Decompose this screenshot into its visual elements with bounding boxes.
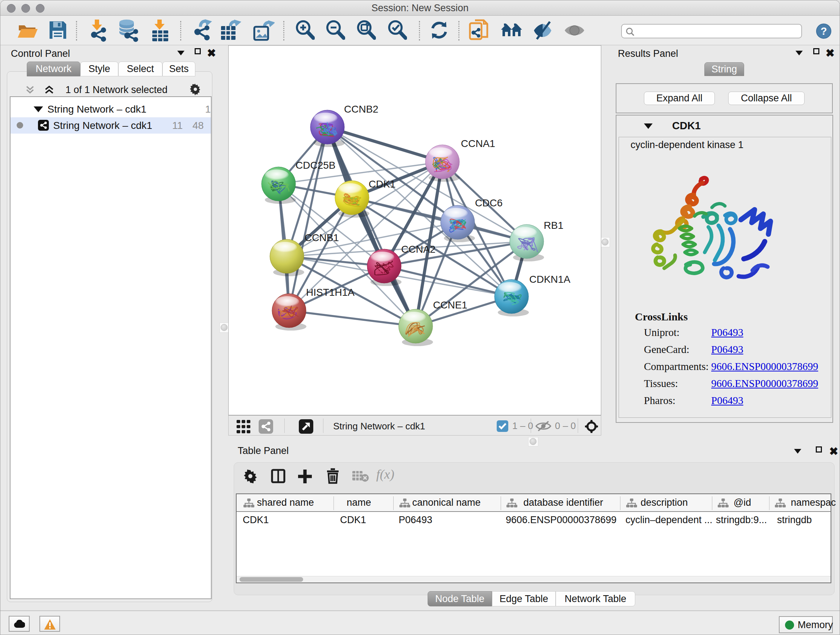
- svg-text:CCNB2: CCNB2: [344, 103, 378, 115]
- svg-text:CCNA2: CCNA2: [401, 244, 436, 255]
- svg-text:?: ?: [821, 25, 827, 37]
- svg-text:CCNB1: CCNB1: [305, 232, 339, 243]
- svg-text:RB1: RB1: [544, 220, 563, 231]
- svg-text:CDK1: CDK1: [369, 179, 396, 190]
- svg-text:CCNA1: CCNA1: [461, 138, 495, 149]
- svg-text:CDC6: CDC6: [475, 197, 502, 209]
- svg-text:HIST1H1A: HIST1H1A: [306, 287, 355, 298]
- svg-text:CCNE1: CCNE1: [433, 299, 467, 310]
- svg-text:CDC25B: CDC25B: [295, 160, 335, 171]
- svg-text:CDKN1A: CDKN1A: [529, 274, 570, 285]
